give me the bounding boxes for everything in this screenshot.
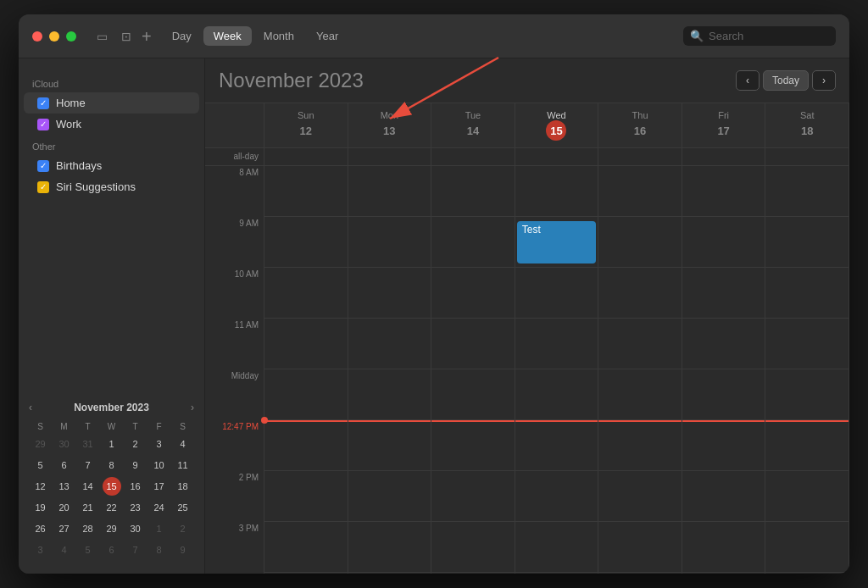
- time-cell[interactable]: [348, 471, 432, 522]
- mini-cal-day[interactable]: 3: [31, 541, 50, 559]
- time-cell[interactable]: [431, 166, 515, 217]
- time-cell[interactable]: [431, 268, 515, 319]
- mini-cal-day[interactable]: 20: [55, 498, 74, 517]
- mini-cal-next[interactable]: ›: [191, 402, 194, 413]
- time-cell[interactable]: [515, 369, 599, 420]
- mini-cal-day[interactable]: 29: [103, 519, 121, 538]
- time-cell[interactable]: [682, 319, 766, 369]
- time-cell[interactable]: Test: [515, 217, 599, 268]
- mini-cal-day[interactable]: 9: [174, 541, 192, 559]
- time-cell[interactable]: [765, 573, 849, 574]
- sidebar-item-siri[interactable]: ✓ Siri Suggestions: [24, 176, 199, 197]
- tab-week[interactable]: Week: [203, 26, 252, 46]
- time-cell[interactable]: [515, 573, 599, 574]
- time-cell[interactable]: [682, 471, 766, 522]
- time-cell[interactable]: [765, 471, 849, 522]
- mini-cal-day[interactable]: 27: [55, 519, 74, 538]
- tab-day[interactable]: Day: [162, 26, 202, 46]
- mini-cal-day[interactable]: 9: [126, 456, 145, 474]
- close-button[interactable]: [32, 31, 42, 42]
- mini-cal-day[interactable]: 8: [150, 541, 169, 559]
- mini-cal-day[interactable]: 22: [103, 498, 121, 517]
- prev-week-button[interactable]: ‹: [736, 70, 760, 91]
- time-cell[interactable]: [264, 319, 348, 369]
- mini-cal-day[interactable]: 6: [103, 541, 121, 559]
- event-test[interactable]: Test: [517, 221, 597, 263]
- work-checkbox[interactable]: ✓: [37, 119, 49, 130]
- mini-cal-day[interactable]: 29: [31, 435, 50, 453]
- time-cell[interactable]: [515, 319, 599, 369]
- mini-cal-day[interactable]: 30: [55, 435, 74, 453]
- time-cell[interactable]: [682, 522, 766, 573]
- time-cell[interactable]: [598, 268, 682, 319]
- mini-cal-day[interactable]: 7: [126, 541, 145, 559]
- today-button[interactable]: Today: [763, 70, 809, 91]
- time-cell[interactable]: [515, 420, 599, 471]
- time-cell[interactable]: [598, 369, 682, 420]
- mini-cal-day[interactable]: 16: [126, 477, 145, 496]
- time-cell[interactable]: [765, 522, 849, 573]
- time-cell[interactable]: [264, 420, 348, 471]
- mini-cal-day[interactable]: 4: [55, 541, 74, 559]
- time-cell[interactable]: [348, 319, 432, 369]
- mini-cal-day[interactable]: 17: [150, 477, 169, 496]
- time-cell[interactable]: [682, 420, 766, 471]
- sidebar-item-birthdays[interactable]: ✓ Birthdays: [24, 155, 199, 176]
- time-cell[interactable]: [348, 573, 432, 574]
- mini-cal-day[interactable]: 21: [79, 498, 97, 517]
- inbox-icon[interactable]: ⊡: [121, 30, 131, 43]
- mini-cal-day[interactable]: 26: [31, 519, 50, 538]
- time-cell[interactable]: [682, 369, 766, 420]
- tab-month[interactable]: Month: [253, 26, 304, 46]
- mini-cal-day[interactable]: 13: [55, 477, 74, 496]
- time-cell[interactable]: [765, 217, 849, 268]
- minimize-button[interactable]: [49, 31, 59, 42]
- time-cell[interactable]: [765, 268, 849, 319]
- mini-cal-day[interactable]: 1: [150, 519, 169, 538]
- mini-cal-day[interactable]: 24: [150, 498, 169, 517]
- time-cell[interactable]: [431, 573, 515, 574]
- time-cell[interactable]: [348, 217, 432, 268]
- next-week-button[interactable]: ›: [812, 70, 836, 91]
- time-cell[interactable]: [348, 369, 432, 420]
- mini-cal-day[interactable]: 2: [174, 519, 192, 538]
- mini-cal-day[interactable]: 6: [55, 456, 74, 474]
- tab-year[interactable]: Year: [306, 26, 348, 46]
- time-cell[interactable]: [264, 522, 348, 573]
- home-checkbox[interactable]: ✓: [37, 97, 49, 109]
- time-cell[interactable]: [515, 471, 599, 522]
- cal-body[interactable]: 8 AM9 AMTest10 AM11 AMMidday12:47 PM2 PM…: [205, 166, 849, 574]
- mini-cal-day[interactable]: 2: [126, 435, 145, 453]
- add-event-button[interactable]: +: [142, 28, 152, 45]
- time-cell[interactable]: [348, 420, 432, 471]
- sidebar-toggle-icon[interactable]: ▭: [97, 30, 108, 43]
- mini-cal-prev[interactable]: ‹: [29, 402, 32, 413]
- time-cell[interactable]: [598, 217, 682, 268]
- mini-cal-day[interactable]: 11: [174, 456, 192, 474]
- time-cell[interactable]: [348, 268, 432, 319]
- time-cell[interactable]: [682, 573, 766, 574]
- mini-cal-day[interactable]: 3: [150, 435, 169, 453]
- time-cell[interactable]: [682, 217, 766, 268]
- time-cell[interactable]: [765, 319, 849, 369]
- time-cell[interactable]: [264, 166, 348, 217]
- time-cell[interactable]: [431, 471, 515, 522]
- mini-cal-day[interactable]: 12: [31, 477, 50, 496]
- mini-cal-day[interactable]: 28: [79, 519, 97, 538]
- time-cell[interactable]: [682, 166, 766, 217]
- mini-cal-day[interactable]: 10: [150, 456, 169, 474]
- time-cell[interactable]: [264, 573, 348, 574]
- time-cell[interactable]: [264, 369, 348, 420]
- mini-cal-day[interactable]: 4: [174, 435, 192, 453]
- time-cell[interactable]: [598, 522, 682, 573]
- time-cell[interactable]: [765, 166, 849, 217]
- time-cell[interactable]: [431, 319, 515, 369]
- time-cell[interactable]: [765, 369, 849, 420]
- time-cell[interactable]: [431, 522, 515, 573]
- sidebar-item-work[interactable]: ✓ Work: [24, 114, 199, 135]
- time-cell[interactable]: [264, 217, 348, 268]
- search-box[interactable]: 🔍 Search: [683, 26, 836, 46]
- mini-cal-day[interactable]: 23: [126, 498, 145, 517]
- time-cell[interactable]: [598, 166, 682, 217]
- time-cell[interactable]: [264, 471, 348, 522]
